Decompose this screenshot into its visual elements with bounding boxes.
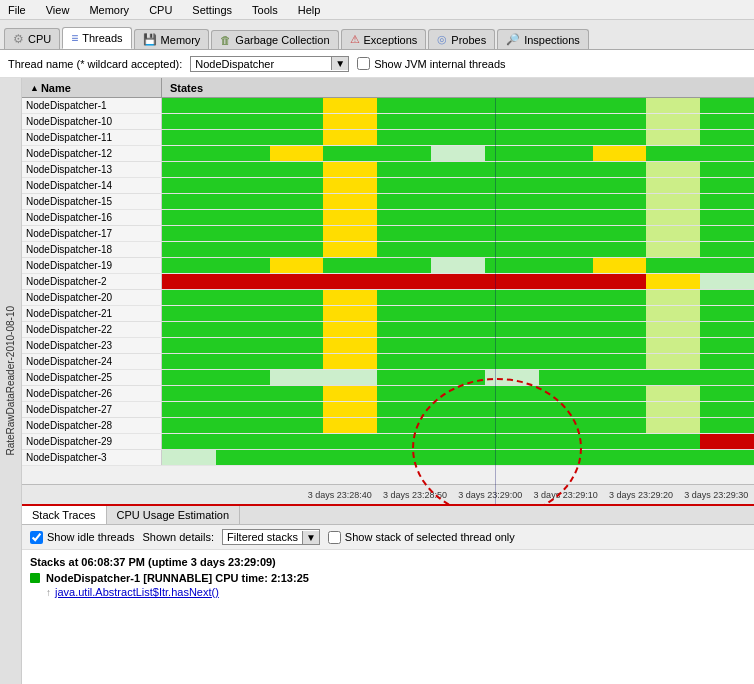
menu-file[interactable]: File (4, 3, 30, 17)
table-row[interactable]: NodeDispatcher-15 (22, 194, 754, 210)
shown-details-value: Filtered stacks (223, 530, 302, 544)
tab-memory[interactable]: 💾 Memory (134, 29, 210, 49)
thread-state-bar (162, 114, 754, 129)
menu-view[interactable]: View (42, 3, 74, 17)
table-row[interactable]: NodeDispatcher-29 (22, 434, 754, 450)
thread-name-cell: NodeDispatcher-29 (22, 434, 162, 449)
menu-settings[interactable]: Settings (188, 3, 236, 17)
thread-name-cell: NodeDispatcher-26 (22, 386, 162, 401)
tab-probes[interactable]: ◎ Probes (428, 29, 495, 49)
table-row[interactable]: NodeDispatcher-28 (22, 418, 754, 434)
table-row[interactable]: NodeDispatcher-16 (22, 210, 754, 226)
jvm-threads-checkbox-wrap: Show JVM internal threads (357, 57, 505, 70)
thread-name-cell: NodeDispatcher-28 (22, 418, 162, 433)
table-row[interactable]: NodeDispatcher-25 (22, 370, 754, 386)
thread-state-bar (162, 210, 754, 225)
table-row[interactable]: NodeDispatcher-21 (22, 306, 754, 322)
menu-cpu[interactable]: CPU (145, 3, 176, 17)
timeline: 3 days 23:28:403 days 23:28:503 days 23:… (22, 484, 754, 504)
table-row[interactable]: NodeDispatcher-19 (22, 258, 754, 274)
table-row[interactable]: NodeDispatcher-26 (22, 386, 754, 402)
table-row[interactable]: NodeDispatcher-27 (22, 402, 754, 418)
thread-state-bar (162, 322, 754, 337)
threads-container: NodeDispatcher-1NodeDispatcher-10NodeDis… (22, 98, 754, 504)
stack-thread-name: NodeDispatcher-1 [RUNNABLE] CPU time: 2:… (46, 572, 309, 584)
show-idle-checkbox[interactable] (30, 531, 43, 544)
table-row[interactable]: NodeDispatcher-12 (22, 146, 754, 162)
thread-state-bar (162, 370, 754, 385)
table-row[interactable]: NodeDispatcher-17 (22, 226, 754, 242)
table-row[interactable]: NodeDispatcher-22 (22, 322, 754, 338)
thread-name-cell: NodeDispatcher-17 (22, 226, 162, 241)
thread-name-cell: NodeDispatcher-3 (22, 450, 162, 465)
thread-name-col-header: ▲ Name (22, 78, 162, 97)
stack-title: Stacks at 06:08:37 PM (uptime 3 days 23:… (30, 556, 746, 568)
filter-dropdown-button[interactable]: ▼ (331, 57, 348, 70)
thread-view: ▲ Name States NodeDispatcher-1NodeDispat… (22, 78, 754, 684)
thread-name-cell: NodeDispatcher-20 (22, 290, 162, 305)
show-stack-checkbox[interactable] (328, 531, 341, 544)
filter-input-wrap: ▼ (190, 56, 349, 72)
tab-gc[interactable]: 🗑 Garbage Collection (211, 30, 338, 49)
tab-stack-traces[interactable]: Stack Traces (22, 506, 107, 524)
timeline-label: 3 days 23:29:30 (684, 490, 748, 500)
table-row[interactable]: NodeDispatcher-1 (22, 98, 754, 114)
table-row[interactable]: NodeDispatcher-3 (22, 450, 754, 466)
thread-state-bar (162, 290, 754, 305)
table-row[interactable]: NodeDispatcher-24 (22, 354, 754, 370)
thread-rows-list[interactable]: NodeDispatcher-1NodeDispatcher-10NodeDis… (22, 98, 754, 484)
table-row[interactable]: NodeDispatcher-13 (22, 162, 754, 178)
thread-state-bar (162, 434, 754, 449)
thread-state-bar (162, 338, 754, 353)
sidebar: RateRawDataReader-2010-08-10 (0, 78, 22, 684)
thread-state-bar (162, 418, 754, 433)
tab-cpu[interactable]: ⚙ CPU (4, 28, 60, 49)
tab-cpu-usage-estimation[interactable]: CPU Usage Estimation (107, 506, 241, 524)
thread-name-filter[interactable] (191, 57, 331, 71)
thread-state-bar (162, 194, 754, 209)
table-row[interactable]: NodeDispatcher-10 (22, 114, 754, 130)
stack-method-line: ↑ java.util.AbstractList$Itr.hasNext() (46, 586, 746, 598)
tab-threads[interactable]: ≡ Threads (62, 27, 131, 49)
show-stack-wrap: Show stack of selected thread only (328, 531, 515, 544)
menu-memory[interactable]: Memory (85, 3, 133, 17)
jvm-threads-checkbox[interactable] (357, 57, 370, 70)
table-row[interactable]: NodeDispatcher-18 (22, 242, 754, 258)
thread-name-cell: NodeDispatcher-16 (22, 210, 162, 225)
thread-name-cell: NodeDispatcher-2 (22, 274, 162, 289)
timeline-label: 3 days 23:29:10 (534, 490, 598, 500)
bottom-controls: Show idle threads Shown details: Filtere… (22, 525, 754, 550)
table-row[interactable]: NodeDispatcher-23 (22, 338, 754, 354)
tab-inspections[interactable]: 🔎 Inspections (497, 29, 589, 49)
stack-method-text[interactable]: java.util.AbstractList$Itr.hasNext() (55, 586, 219, 598)
menu-tools[interactable]: Tools (248, 3, 282, 17)
thread-name-cell: NodeDispatcher-19 (22, 258, 162, 273)
table-row[interactable]: NodeDispatcher-14 (22, 178, 754, 194)
show-stack-label: Show stack of selected thread only (345, 531, 515, 543)
thread-state-bar (162, 354, 754, 369)
thread-name-cell: NodeDispatcher-27 (22, 402, 162, 417)
thread-name-cell: NodeDispatcher-18 (22, 242, 162, 257)
thread-state-bar (162, 274, 754, 289)
thread-name-cell: NodeDispatcher-24 (22, 354, 162, 369)
tabs-bar: ⚙ CPU ≡ Threads 💾 Memory 🗑 Garbage Colle… (0, 20, 754, 50)
thread-state-bar (162, 386, 754, 401)
menu-help[interactable]: Help (294, 3, 325, 17)
thread-name-cell: NodeDispatcher-11 (22, 130, 162, 145)
timeline-label: 3 days 23:29:00 (458, 490, 522, 500)
tab-exceptions[interactable]: ⚠ Exceptions (341, 29, 427, 49)
thread-name-cell: NodeDispatcher-23 (22, 338, 162, 353)
main-area: RateRawDataReader-2010-08-10 ▲ Name Stat… (0, 78, 754, 684)
shown-details-dropdown[interactable]: ▼ (302, 531, 319, 544)
bottom-panel: Stack Traces CPU Usage Estimation Show i… (22, 504, 754, 684)
table-row[interactable]: NodeDispatcher-20 (22, 290, 754, 306)
thread-name-cell: NodeDispatcher-21 (22, 306, 162, 321)
table-row[interactable]: NodeDispatcher-2 (22, 274, 754, 290)
thread-header: ▲ Name States (22, 78, 754, 98)
timeline-label: 3 days 23:28:40 (308, 490, 372, 500)
table-row[interactable]: NodeDispatcher-11 (22, 130, 754, 146)
thread-name-cell: NodeDispatcher-25 (22, 370, 162, 385)
timeline-labels: 3 days 23:28:403 days 23:28:503 days 23:… (302, 490, 754, 500)
thread-state-bar (162, 242, 754, 257)
thread-state-bar (162, 258, 754, 273)
